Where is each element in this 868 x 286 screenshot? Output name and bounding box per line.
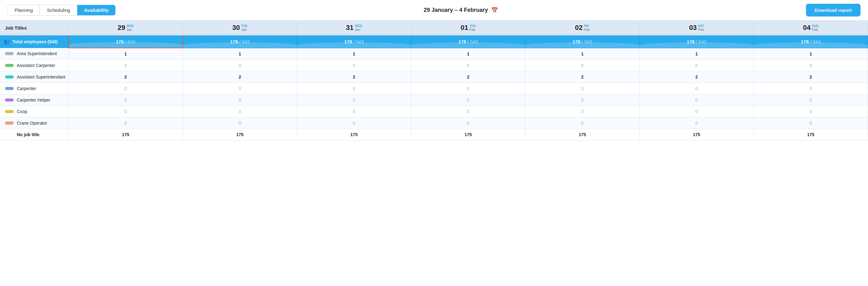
row-title-4: Carpenter Helper: [0, 94, 69, 106]
table-row: Coop0000000: [0, 106, 868, 118]
day-header-02: 02 FRI Feb: [525, 21, 640, 35]
day-header-31: 31 WED Jan: [297, 21, 411, 35]
download-report-button[interactable]: Download report: [806, 4, 861, 17]
cell-2-2: 2: [297, 71, 411, 83]
cell-3-0: 0: [69, 83, 183, 94]
cell-6-3: 0: [411, 118, 525, 129]
availability-table: Job Titles 29 MON Jan 30 TUE Jan 31 WED …: [0, 21, 868, 140]
row-title-3: Carpenter: [0, 83, 69, 94]
top-bar: Planning Scheduling Availability 29 Janu…: [0, 0, 868, 21]
row-title-2: Assistant Superintendant: [0, 71, 69, 83]
cell-2-4: 2: [525, 71, 640, 83]
row-title-6: Crane Operator: [0, 118, 69, 129]
cell-5-0: 0: [69, 106, 183, 118]
tab-availability[interactable]: Availability: [77, 5, 116, 15]
people-icon: 👥: [4, 39, 10, 44]
row-title-7: No job title: [0, 129, 69, 140]
cell-2-3: 2: [411, 71, 525, 83]
cell-6-2: 0: [297, 118, 411, 129]
color-pill: [5, 98, 14, 101]
color-pill: [5, 87, 14, 90]
cell-0-0: 1: [69, 48, 183, 60]
total-value-col-0: 178 / 543: [69, 35, 183, 48]
color-pill: [5, 133, 14, 136]
cell-4-1: 0: [183, 94, 297, 106]
row-title-5: Coop: [0, 106, 69, 118]
total-employees-row: 👥 Total employees (543)178 / 543178 / 54…: [0, 35, 868, 48]
cell-4-3: 0: [411, 94, 525, 106]
table-row: Area Superintendent1111111: [0, 48, 868, 60]
cell-4-0: 0: [69, 94, 183, 106]
table-header-row: Job Titles 29 MON Jan 30 TUE Jan 31 WED …: [0, 21, 868, 35]
cell-0-5: 1: [640, 48, 753, 60]
cell-4-2: 0: [297, 94, 411, 106]
cell-7-1: 175: [183, 129, 297, 140]
cell-7-6: 175: [753, 129, 868, 140]
color-pill: [5, 122, 14, 125]
cell-4-4: 0: [525, 94, 640, 106]
day-header-30: 30 TUE Jan: [183, 21, 297, 35]
table-row: No job title175175175175175175175: [0, 129, 868, 140]
cell-3-5: 0: [640, 83, 753, 94]
total-value-col-5: 178 / 543: [640, 35, 753, 48]
cell-1-4: 0: [525, 60, 640, 71]
cell-0-3: 1: [411, 48, 525, 60]
cell-0-2: 1: [297, 48, 411, 60]
color-pill: [5, 75, 14, 78]
cell-5-6: 0: [753, 106, 868, 118]
table-row: Assistant Carpenter0000000: [0, 60, 868, 71]
tab-planning[interactable]: Planning: [8, 5, 40, 15]
cell-3-4: 0: [525, 83, 640, 94]
day-header-29: 29 MON Jan: [69, 21, 183, 35]
cell-6-4: 0: [525, 118, 640, 129]
cell-7-5: 175: [640, 129, 753, 140]
cell-3-2: 0: [297, 83, 411, 94]
total-value-col-6: 178 / 543: [753, 35, 868, 48]
date-range-title: 29 January – 4 February 📅: [116, 7, 806, 14]
cell-5-5: 0: [640, 106, 753, 118]
total-value-col-3: 178 / 543: [411, 35, 525, 48]
total-value-col-4: 178 / 543: [525, 35, 640, 48]
table-row: Carpenter0000000: [0, 83, 868, 94]
cell-1-2: 0: [297, 60, 411, 71]
cell-3-1: 0: [183, 83, 297, 94]
cell-2-5: 2: [640, 71, 753, 83]
cell-6-5: 0: [640, 118, 753, 129]
cell-7-2: 175: [297, 129, 411, 140]
cell-5-2: 0: [297, 106, 411, 118]
cell-3-6: 0: [753, 83, 868, 94]
cell-5-4: 0: [525, 106, 640, 118]
availability-table-container: Job Titles 29 MON Jan 30 TUE Jan 31 WED …: [0, 21, 868, 140]
cell-1-5: 0: [640, 60, 753, 71]
cell-7-0: 175: [69, 129, 183, 140]
cell-0-4: 1: [525, 48, 640, 60]
total-value-col-1: 178 / 543: [183, 35, 297, 48]
row-title-1: Assistant Carpenter: [0, 60, 69, 71]
cell-2-1: 2: [183, 71, 297, 83]
cell-0-6: 1: [753, 48, 868, 60]
day-header-03: 03 SAT Feb: [640, 21, 753, 35]
cell-0-1: 1: [183, 48, 297, 60]
job-titles-header: Job Titles: [0, 21, 69, 35]
day-header-01: 01 THU Feb: [411, 21, 525, 35]
cell-5-3: 0: [411, 106, 525, 118]
calendar-icon[interactable]: 📅: [491, 7, 498, 14]
cell-7-3: 175: [411, 129, 525, 140]
table-row: Crane Operator0000000: [0, 118, 868, 129]
color-pill: [5, 52, 14, 55]
table-row: Assistant Superintendant2222222: [0, 71, 868, 83]
cell-2-0: 2: [69, 71, 183, 83]
cell-2-6: 2: [753, 71, 868, 83]
cell-1-3: 0: [411, 60, 525, 71]
cell-1-0: 0: [69, 60, 183, 71]
color-pill: [5, 64, 14, 67]
cell-7-4: 175: [525, 129, 640, 140]
cell-6-6: 0: [753, 118, 868, 129]
cell-6-1: 0: [183, 118, 297, 129]
color-pill: [5, 110, 14, 113]
tab-group: Planning Scheduling Availability: [7, 5, 116, 15]
tab-scheduling[interactable]: Scheduling: [40, 5, 77, 15]
cell-1-6: 0: [753, 60, 868, 71]
cell-4-5: 0: [640, 94, 753, 106]
cell-6-0: 0: [69, 118, 183, 129]
